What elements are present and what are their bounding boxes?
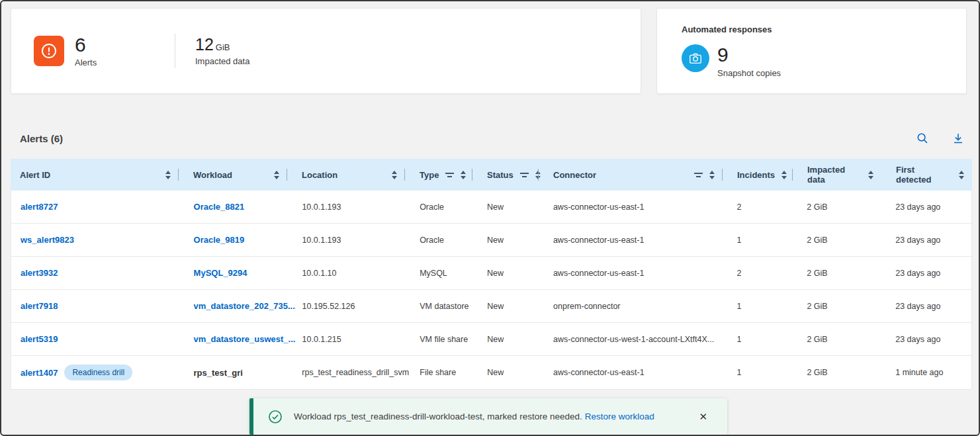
filter-icon[interactable] [694, 173, 703, 177]
column-header-type[interactable]: Type [405, 159, 472, 191]
workload-link[interactable]: Oracle_8821 [194, 202, 245, 212]
sort-arrows-icon[interactable] [868, 171, 873, 179]
sort-arrows-icon[interactable] [165, 171, 171, 179]
readiness-drill-badge: Readiness drill [64, 365, 132, 380]
cell-first-detected: 23 days ago [881, 202, 971, 212]
snapshot-count: 9 [717, 44, 781, 65]
cell-location: 10.0.1.10 [287, 269, 405, 278]
sort-arrows-icon[interactable] [274, 171, 279, 179]
workload-link[interactable]: vm_datastore_202_735... [194, 301, 295, 311]
cell-status: New [472, 368, 539, 377]
alert-id-link[interactable]: ws_alert9823 [21, 235, 74, 245]
column-label: Location [302, 170, 337, 180]
cell-workload: vm_datastore_202_735... [179, 301, 288, 311]
column-label: Connector [553, 170, 596, 180]
cell-impacted-data: 2 GiB [792, 202, 881, 212]
cell-location: 10.0.1.215 [288, 335, 406, 344]
cell-status: New [472, 236, 539, 245]
cell-type: VM datastore [405, 302, 472, 311]
alert-id-link[interactable]: alert3932 [21, 268, 58, 278]
table-header-row: Alert ID Workload Location Type Status C… [11, 159, 972, 191]
workload-link[interactable]: MySQL_9294 [194, 268, 247, 278]
cell-alert-id: ws_alert9823 [11, 235, 179, 245]
automated-responses-title: Automated responses [682, 24, 966, 34]
column-header-alert-id[interactable]: Alert ID [11, 159, 179, 191]
cell-type: File share [405, 368, 472, 377]
cell-workload: vm_datastore_uswest_... [179, 334, 288, 344]
alert-id-link[interactable]: alert5319 [21, 334, 58, 344]
impacted-data-unit: GiB [216, 42, 230, 52]
cell-location: 10.0.1.193 [287, 236, 405, 245]
column-label: First detected [896, 165, 952, 185]
cell-incidents: 1 [723, 335, 793, 344]
cell-workload: Oracle_9819 [179, 235, 288, 245]
alerts-table-section: Alerts (6) Alert ID Workload Location Ty… [11, 127, 972, 390]
column-label: Alert ID [20, 170, 50, 180]
cell-type: Oracle [405, 236, 472, 245]
table-row: alert3932 MySQL_9294 10.0.1.10 MySQL New… [11, 257, 971, 290]
cell-first-detected: 23 days ago [881, 302, 971, 311]
snapshot-metric: 9 Snapshot copies [682, 44, 966, 78]
alert-id-link[interactable]: alert7918 [21, 301, 58, 311]
cell-impacted-data: 2 GiB [792, 335, 881, 344]
cell-first-detected: 23 days ago [881, 236, 971, 245]
cell-first-detected: 1 minute ago [881, 368, 971, 377]
table-row: alert1407 Readiness drill rps_test_gri r… [11, 356, 971, 389]
cell-location: rps_test_readiness_drill_svm [287, 368, 405, 377]
table-title: Alerts (6) [20, 133, 63, 144]
cell-alert-id: alert1407 Readiness drill [11, 365, 179, 380]
column-header-workload[interactable]: Workload [179, 159, 287, 191]
cell-connector: aws-connector-us-east-1 [539, 269, 723, 278]
column-label: Workload [193, 170, 232, 180]
check-circle-icon [268, 410, 283, 424]
impacted-data-metric: 12GiB Impacted data [175, 36, 249, 65]
cell-location: 10.195.52.126 [288, 302, 406, 311]
cell-impacted-data: 2 GiB [792, 368, 881, 377]
sort-arrows-icon[interactable] [709, 171, 715, 179]
alerts-metric: 6 Alerts [11, 34, 175, 68]
sort-arrows-icon[interactable] [392, 171, 397, 179]
restore-workload-link[interactable]: Restore workload [585, 412, 654, 421]
cell-connector: aws-connector-us-east-1 [539, 236, 723, 245]
alert-id-link[interactable]: alert8727 [21, 202, 58, 212]
cell-workload: Oracle_8821 [179, 202, 288, 212]
column-header-incidents[interactable]: Incidents [723, 159, 793, 191]
cell-type: Oracle [405, 202, 472, 212]
column-header-impacted-data[interactable]: Impacted data [793, 159, 881, 191]
column-label: Impacted data [807, 165, 862, 185]
sort-arrows-icon[interactable] [461, 171, 466, 179]
table-body: alert8727 Oracle_8821 10.0.1.193 Oracle … [11, 191, 972, 390]
cell-incidents: 2 [722, 202, 792, 212]
column-header-location[interactable]: Location [287, 159, 405, 191]
search-icon[interactable] [915, 131, 930, 146]
cell-alert-id: alert8727 [11, 202, 179, 212]
filter-icon[interactable] [520, 173, 529, 177]
table-row: alert7918 vm_datastore_202_735... 10.195… [11, 290, 971, 323]
snapshot-count-label: Snapshot copies [717, 68, 781, 78]
column-header-status[interactable]: Status [472, 159, 539, 191]
download-icon[interactable] [951, 131, 965, 146]
sort-arrows-icon[interactable] [959, 171, 964, 179]
cell-status: New [472, 335, 539, 344]
cell-incidents: 2 [722, 269, 792, 278]
alert-id-link[interactable]: alert1407 [21, 368, 58, 378]
cell-connector: aws-connector-us-east-1 [539, 202, 723, 212]
alerts-summary-card: 6 Alerts 12GiB Impacted data [11, 8, 641, 94]
cell-type: MySQL [405, 269, 472, 278]
workload-link[interactable]: Oracle_9819 [194, 235, 245, 245]
cell-type: VM file share [405, 335, 472, 344]
filter-icon[interactable] [445, 173, 454, 177]
column-header-first-detected[interactable]: First detected [881, 159, 972, 191]
sort-arrows-icon[interactable] [781, 171, 787, 179]
cell-status: New [472, 302, 539, 311]
impacted-data-value: 12 [195, 35, 214, 54]
column-header-connector[interactable]: Connector [539, 159, 723, 191]
cell-first-detected: 23 days ago [881, 335, 971, 344]
alert-exclamation-icon [34, 36, 64, 66]
impacted-data-label: Impacted data [195, 56, 249, 66]
close-icon[interactable]: ✕ [699, 412, 707, 421]
alerts-count: 6 [75, 34, 97, 56]
cell-alert-id: alert5319 [11, 334, 179, 344]
cell-impacted-data: 2 GiB [792, 302, 881, 311]
workload-link[interactable]: vm_datastore_uswest_... [194, 334, 296, 344]
